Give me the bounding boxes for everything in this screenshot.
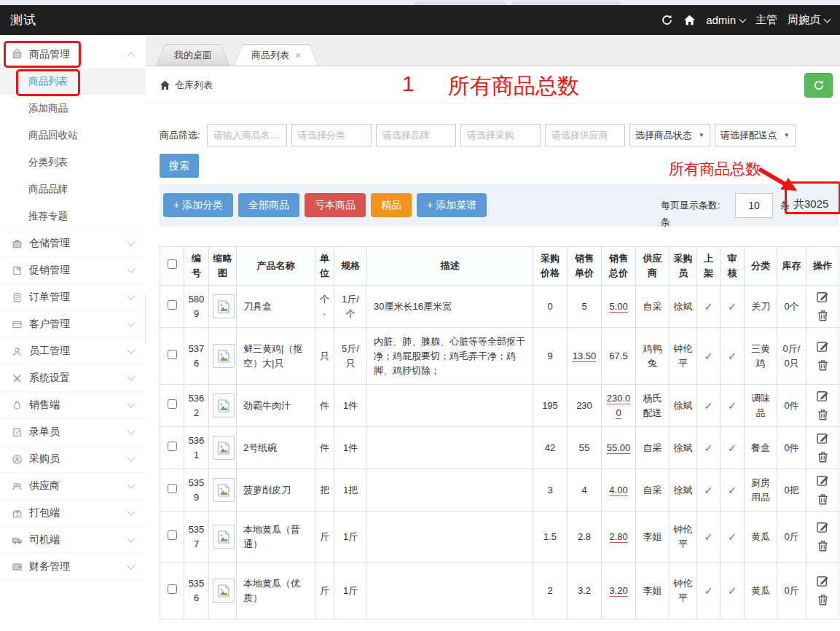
profile-menu[interactable]: 周婉贞 bbox=[788, 13, 830, 27]
edit-icon[interactable] bbox=[816, 290, 830, 304]
description-cell: 内脏、肺、胰腺、心脏等等全部抠干净；鸡屁股要切；鸡毛弄干净；鸡脚、鸡脖切除； bbox=[367, 328, 533, 385]
home-icon[interactable] bbox=[683, 14, 696, 26]
thumbnail-cell bbox=[209, 427, 237, 469]
trash-icon[interactable] bbox=[816, 493, 830, 506]
audited-cell: ✓ bbox=[721, 328, 745, 385]
search-button[interactable]: 搜索 bbox=[160, 154, 199, 178]
edit-icon[interactable] bbox=[816, 389, 830, 403]
tab-goods-list[interactable]: 商品列表 × bbox=[233, 44, 319, 66]
sale-total-link[interactable]: 4.00 bbox=[609, 485, 627, 495]
action-button[interactable]: + 添加分类 bbox=[163, 193, 233, 217]
unit-cell: 斤 bbox=[315, 563, 334, 619]
sidebar-group-staff[interactable]: 员工管理 bbox=[0, 337, 146, 364]
page-size-input[interactable] bbox=[735, 193, 773, 218]
edit-icon[interactable] bbox=[816, 574, 830, 588]
row-checkbox[interactable] bbox=[168, 484, 177, 493]
refresh-icon[interactable] bbox=[661, 14, 673, 26]
row-checkbox[interactable] bbox=[168, 300, 177, 310]
row-checkbox[interactable] bbox=[168, 350, 177, 359]
edit-icon[interactable] bbox=[816, 340, 830, 353]
filter-input[interactable] bbox=[376, 124, 456, 146]
sale-total-link[interactable]: 2.80 bbox=[609, 531, 627, 542]
filter-bar: 商品筛选: 选择商品状态▼请选择配送点▼ bbox=[160, 124, 796, 146]
filter-input[interactable] bbox=[207, 124, 287, 146]
buyer-cell: 徐斌 bbox=[670, 286, 697, 328]
sidebar-group-sales[interactable]: 销售端 bbox=[0, 391, 146, 418]
sale-total-link[interactable]: 3.20 bbox=[609, 585, 627, 596]
filter-input[interactable] bbox=[291, 124, 372, 146]
thumbnail[interactable] bbox=[213, 579, 235, 603]
select-all-checkbox[interactable] bbox=[168, 259, 177, 269]
trash-icon[interactable] bbox=[816, 539, 830, 553]
trash-icon[interactable] bbox=[816, 593, 830, 607]
trash-icon[interactable] bbox=[816, 358, 830, 372]
sidebar-group-order[interactable]: 订单管理 bbox=[0, 283, 146, 310]
action-button[interactable]: 亏本商品 bbox=[305, 193, 366, 217]
supplier-cell: 李姐 bbox=[636, 512, 670, 563]
edit-icon[interactable] bbox=[816, 474, 830, 487]
total-count-unit: 条 bbox=[661, 216, 670, 229]
audited-cell: ✓ bbox=[721, 286, 745, 328]
sidebar-item[interactable]: 推荐专题 bbox=[0, 203, 146, 230]
thumbnail[interactable] bbox=[213, 294, 235, 318]
action-button[interactable]: 全部商品 bbox=[238, 193, 299, 217]
sale-total-link[interactable]: 5.00 bbox=[609, 301, 627, 312]
sidebar-item[interactable]: 商品列表 bbox=[0, 68, 146, 95]
thumbnail[interactable] bbox=[213, 436, 235, 460]
filter-input[interactable] bbox=[460, 124, 541, 146]
action-button[interactable]: 精品 bbox=[371, 193, 412, 217]
sidebar-group-packer[interactable]: 打包端 bbox=[0, 499, 146, 526]
stock-cell: 0把 bbox=[777, 469, 806, 512]
thumbnail[interactable] bbox=[213, 525, 235, 549]
close-icon[interactable]: × bbox=[295, 50, 301, 60]
sidebar-item[interactable]: 添加商品 bbox=[0, 95, 146, 122]
filter-input[interactable] bbox=[545, 124, 625, 146]
row-checkbox[interactable] bbox=[168, 530, 177, 540]
edit-icon[interactable] bbox=[816, 431, 830, 445]
action-button[interactable]: + 添加菜谱 bbox=[417, 193, 487, 217]
refresh-list-button[interactable] bbox=[804, 73, 833, 98]
sidebar-item[interactable]: 商品回收站 bbox=[0, 122, 146, 149]
sidebar-group-label: 销售端 bbox=[29, 399, 60, 412]
sale-price-link[interactable]: 13.50 bbox=[573, 350, 597, 361]
sidebar-group-purchaser[interactable]: 采购员 bbox=[0, 445, 146, 472]
filter-select[interactable]: 请选择配送点▼ bbox=[715, 124, 796, 146]
sidebar-group-supplier[interactable]: 供应商 bbox=[0, 472, 146, 499]
edit-icon[interactable] bbox=[816, 520, 830, 534]
sidebar-group-finance[interactable]: 财务管理 bbox=[0, 553, 146, 580]
trash-icon[interactable] bbox=[816, 450, 830, 464]
sidebar-item[interactable]: 商品品牌 bbox=[0, 176, 146, 203]
sidebar-group-settings[interactable]: 系统设置 bbox=[0, 364, 146, 391]
goods-id-cell: 5359 bbox=[184, 469, 209, 512]
trash-icon[interactable] bbox=[816, 408, 830, 422]
table-row: 5359菠萝削皮刀把1把344.00自采徐斌✓✓厨房用品0把 bbox=[160, 469, 839, 512]
user-menu[interactable]: admin bbox=[706, 14, 745, 26]
thumbnail[interactable] bbox=[213, 393, 235, 418]
sidebar-group-customer[interactable]: 客户管理 bbox=[0, 310, 146, 337]
sale-total-cell: 5.00 bbox=[602, 286, 636, 328]
column-header: 审核 bbox=[721, 247, 745, 286]
row-checkbox[interactable] bbox=[168, 399, 177, 409]
trash-icon[interactable] bbox=[816, 309, 830, 323]
sidebar-group-entry[interactable]: 录单员 bbox=[0, 418, 146, 445]
row-checkbox[interactable] bbox=[168, 584, 177, 594]
filter-select[interactable]: 选择商品状态▼ bbox=[629, 124, 710, 146]
thumbnail[interactable] bbox=[213, 344, 235, 368]
sale-total-link[interactable]: 55.00 bbox=[607, 442, 631, 453]
description-cell bbox=[367, 512, 533, 563]
sidebar-group-promo[interactable]: 促销管理 bbox=[0, 256, 146, 283]
thumbnail[interactable] bbox=[213, 478, 235, 502]
sidebar-group-bag[interactable]: 商品管理 bbox=[0, 41, 146, 68]
column-header: 操作 bbox=[806, 247, 839, 286]
sidebar-group-warehouse[interactable]: 仓储管理 bbox=[0, 230, 146, 256]
sale-total-link[interactable]: 230.00 bbox=[607, 393, 631, 418]
goods-id-cell: 5362 bbox=[184, 385, 209, 427]
sidebar-group-label: 订单管理 bbox=[29, 291, 70, 304]
tab-my-desktop[interactable]: 我的桌面 bbox=[156, 44, 230, 66]
row-select-cell bbox=[160, 469, 184, 512]
chevron-down-icon bbox=[127, 561, 135, 569]
row-checkbox[interactable] bbox=[168, 442, 177, 451]
sidebar-item[interactable]: 分类列表 bbox=[0, 149, 146, 176]
sale-total-cell: 55.00 bbox=[602, 427, 636, 469]
sidebar-group-driver[interactable]: 司机端 bbox=[0, 526, 146, 553]
